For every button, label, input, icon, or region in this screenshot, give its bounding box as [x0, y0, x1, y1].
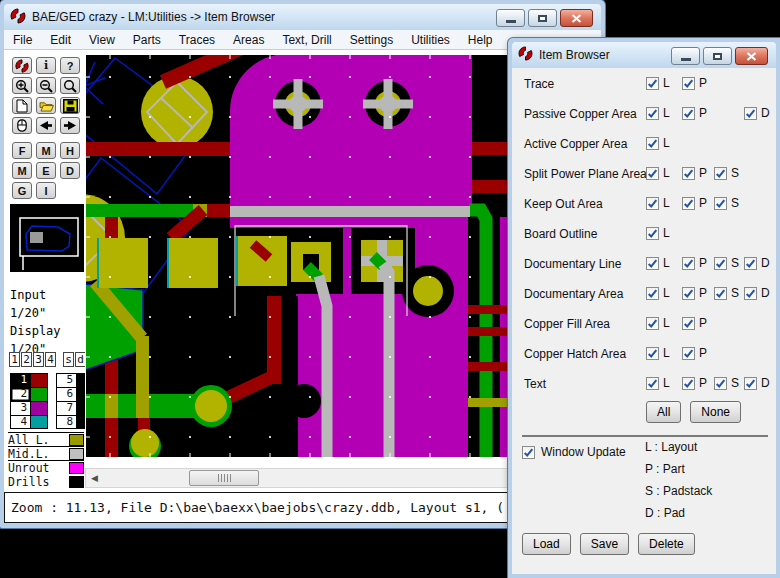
menu-item-parts[interactable]: Parts: [124, 31, 170, 49]
board-outline-l-checkbox[interactable]: [646, 227, 659, 240]
zoom-in-button[interactable]: [12, 77, 32, 94]
documentary-area-d-checkbox[interactable]: [744, 287, 757, 300]
board-overview-panel[interactable]: [10, 204, 84, 272]
maximize-button[interactable]: [528, 9, 557, 27]
documentary-area-s-checkbox[interactable]: [714, 287, 727, 300]
trace-l-checkbox[interactable]: [646, 77, 659, 90]
keep-out-area-s-checkbox[interactable]: [714, 197, 727, 210]
prev-button[interactable]: [36, 117, 56, 134]
keep-out-area-p-checkbox[interactable]: [682, 197, 695, 210]
menu-item-view[interactable]: View: [80, 31, 124, 49]
palette-number-8[interactable]: 8: [56, 415, 77, 429]
layer-list-item-all-l[interactable]: All L.: [8, 433, 84, 447]
palette-number-2[interactable]: 2: [10, 387, 31, 401]
all-button[interactable]: All: [646, 401, 681, 423]
d-button[interactable]: D: [60, 162, 80, 179]
trace-p-checkbox[interactable]: [682, 77, 695, 90]
menu-item-settings[interactable]: Settings: [341, 31, 402, 49]
next-button[interactable]: [60, 117, 80, 134]
dialog-close-button[interactable]: [735, 47, 768, 65]
menu-item-help[interactable]: Help: [459, 31, 502, 49]
documentary-line-l-checkbox[interactable]: [646, 257, 659, 270]
scrollbar-thumb[interactable]: [189, 470, 259, 486]
text-d-checkbox[interactable]: [744, 377, 757, 390]
m2-button[interactable]: M: [12, 162, 32, 179]
layer-list-swatch[interactable]: [69, 476, 84, 488]
passive-copper-area-p-checkbox[interactable]: [682, 107, 695, 120]
minimize-button[interactable]: [496, 9, 525, 27]
copper-fill-area-l-checkbox[interactable]: [646, 317, 659, 330]
menu-item-text-drill[interactable]: Text, Drill: [273, 31, 340, 49]
layer-list-swatch[interactable]: [69, 434, 84, 446]
dialog-maximize-button[interactable]: [703, 47, 732, 65]
menu-item-file[interactable]: File: [4, 31, 41, 49]
info-button[interactable]: i: [36, 57, 56, 74]
text-l-checkbox[interactable]: [646, 377, 659, 390]
layer-button-3[interactable]: 3: [33, 352, 44, 367]
main-titlebar[interactable]: BAE/GED crazy - LM:Utilities -> Item Bro…: [4, 4, 601, 30]
layer-list-item-unrout[interactable]: Unrout: [8, 461, 84, 475]
layer-button-1[interactable]: 1: [9, 352, 20, 367]
e-button[interactable]: E: [36, 162, 56, 179]
split-power-plane-area-s-checkbox[interactable]: [714, 167, 727, 180]
split-power-plane-area-l-checkbox[interactable]: [646, 167, 659, 180]
i-button[interactable]: I: [36, 182, 56, 199]
dialog-minimize-button[interactable]: [671, 47, 700, 65]
layer-button-2[interactable]: 2: [21, 352, 32, 367]
menu-item-edit[interactable]: Edit: [41, 31, 80, 49]
zoom-out-button[interactable]: [36, 77, 56, 94]
passive-copper-area-d-checkbox[interactable]: [744, 107, 757, 120]
m-button[interactable]: M: [36, 142, 56, 159]
active-copper-area-l-checkbox[interactable]: [646, 137, 659, 150]
copper-hatch-area-l-checkbox[interactable]: [646, 347, 659, 360]
keep-out-area-l-checkbox[interactable]: [646, 197, 659, 210]
copper-fill-area-p-checkbox[interactable]: [682, 317, 695, 330]
palette-number-5[interactable]: 5: [56, 373, 77, 387]
palette-number-7[interactable]: 7: [56, 401, 77, 415]
menu-item-areas[interactable]: Areas: [224, 31, 273, 49]
palette-number-3[interactable]: 3: [10, 401, 31, 415]
documentary-line-s-checkbox[interactable]: [714, 257, 727, 270]
layer-list-swatch[interactable]: [69, 448, 84, 460]
palette-number-1[interactable]: 1: [10, 373, 31, 387]
text-s-checkbox[interactable]: [714, 377, 727, 390]
scroll-left-arrow-icon[interactable]: ◀: [86, 469, 103, 487]
layer-button-s[interactable]: s: [63, 352, 74, 367]
palette-swatch-1[interactable]: [31, 373, 48, 387]
pcb-canvas[interactable]: [85, 54, 513, 458]
layer-list-item-drills[interactable]: Drills: [8, 475, 84, 489]
text-p-checkbox[interactable]: [682, 377, 695, 390]
zoom-window-button[interactable]: [60, 77, 80, 94]
f-button[interactable]: F: [12, 142, 32, 159]
documentary-area-p-checkbox[interactable]: [682, 287, 695, 300]
layer-button-4[interactable]: 4: [45, 352, 56, 367]
help-button[interactable]: ?: [60, 57, 80, 74]
none-button[interactable]: None: [690, 401, 741, 423]
palette-swatch-3[interactable]: [31, 401, 48, 415]
window-update-checkbox[interactable]: [522, 446, 535, 459]
documentary-area-l-checkbox[interactable]: [646, 287, 659, 300]
documentary-line-d-checkbox[interactable]: [744, 257, 757, 270]
palette-number-4[interactable]: 4: [10, 415, 31, 429]
h-button[interactable]: H: [60, 142, 80, 159]
layer-list-swatch[interactable]: [69, 462, 84, 474]
passive-copper-area-l-checkbox[interactable]: [646, 107, 659, 120]
palette-number-6[interactable]: 6: [56, 387, 77, 401]
delete-button[interactable]: Delete: [638, 533, 695, 555]
layer-list-item-mid-l[interactable]: Mid.L.: [8, 447, 84, 461]
new-file-button[interactable]: [12, 97, 32, 114]
palette-swatch-4[interactable]: [31, 415, 48, 429]
save-button[interactable]: [60, 97, 80, 114]
overview-viewport[interactable]: [30, 232, 43, 243]
documentary-line-p-checkbox[interactable]: [682, 257, 695, 270]
g-button[interactable]: G: [12, 182, 32, 199]
split-power-plane-area-p-checkbox[interactable]: [682, 167, 695, 180]
close-button[interactable]: [560, 9, 593, 27]
copper-hatch-area-p-checkbox[interactable]: [682, 347, 695, 360]
open-file-button[interactable]: [36, 97, 56, 114]
palette-swatch-2[interactable]: [31, 387, 48, 401]
pan-button[interactable]: [12, 117, 32, 134]
dialog-titlebar[interactable]: Item Browser: [512, 42, 776, 68]
menu-item-utilities[interactable]: Utilities: [402, 31, 459, 49]
bae-logo-button[interactable]: [12, 57, 32, 74]
